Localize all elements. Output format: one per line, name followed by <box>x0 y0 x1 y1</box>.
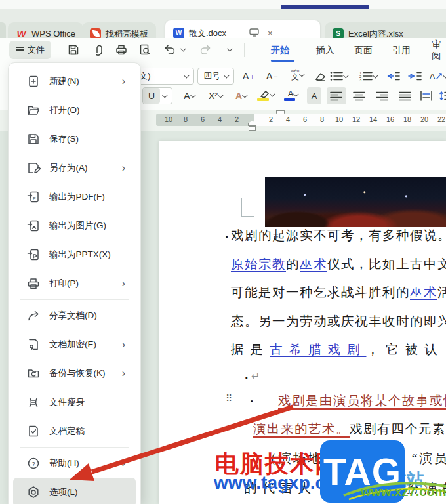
menu-item-save[interactable]: 保存(S) <box>13 125 136 154</box>
print-preview-button[interactable] <box>136 41 153 58</box>
distribute-button[interactable] <box>417 87 436 104</box>
increase-font-button[interactable]: A+ <box>239 68 258 85</box>
minus-icon: − <box>274 72 278 81</box>
menu-item-label: 选项(L) <box>49 486 78 498</box>
menu-item-export-image[interactable]: 输出为图片(G) <box>13 211 136 240</box>
align-right-button[interactable] <box>373 87 392 104</box>
ruler-number: 12 <box>348 116 365 123</box>
ribbon-tab-reference[interactable]: 引用 <box>392 42 411 59</box>
font-size-value: 四号 <box>203 70 220 82</box>
chevron-down-icon <box>373 73 378 78</box>
menu-item-label: 文档加密(E) <box>49 339 96 350</box>
list-bullet: ▪ <box>226 232 228 240</box>
ribbon-tab-page[interactable]: 页面 <box>354 42 373 59</box>
menu-item-label: 输出为PDF(F) <box>49 191 105 203</box>
hamburger-icon <box>16 47 24 53</box>
ruler-number: 8 <box>314 116 331 123</box>
doc-line-6: 戏剧是由演员将某个故事或情境 <box>278 392 446 410</box>
font-color-button[interactable]: A <box>281 86 306 103</box>
menu-item-options[interactable]: 选项(L) <box>13 478 136 504</box>
save-button[interactable] <box>65 41 82 58</box>
decrease-indent-button[interactable] <box>384 68 403 85</box>
menu-item-export-pdf[interactable]: P 输出为PDF(F) <box>13 182 136 211</box>
plus-icon: + <box>250 72 254 81</box>
menu-item-label: 帮助(H) <box>49 457 79 469</box>
bullet-list-button[interactable] <box>327 68 352 85</box>
menu-item-file-slim[interactable]: 文件瘦身 <box>13 388 136 417</box>
help-icon: ? <box>27 457 40 470</box>
paperclip-icon[interactable] <box>91 41 108 58</box>
document-page[interactable]: ▪ ⠿ ▪ 载站 电脑技术网 www.tagxp.com TAG www.xz7… <box>159 141 446 504</box>
document-photo[interactable] <box>265 177 446 227</box>
customize-toolbar-icon[interactable] <box>227 46 232 51</box>
doc-line-7: 演出来的艺术。戏剧有四个元素，包 <box>253 421 446 438</box>
undo-dropdown-icon[interactable] <box>180 46 186 51</box>
drag-handle-icon[interactable]: ⠿ <box>226 393 233 404</box>
svg-text:P: P <box>33 196 36 201</box>
line-spacing-button[interactable] <box>437 87 446 104</box>
file-menu-panel: 新建(N) › 打开(O) 保存(S) 另存为(A) › P 输出为PDF(F)… <box>8 62 141 504</box>
file-slim-icon <box>27 396 40 409</box>
superscript-label: X² <box>209 91 218 101</box>
ribbon-tab-insert[interactable]: 插入 <box>316 42 334 59</box>
font-size-combobox[interactable]: 四号 <box>197 68 234 85</box>
print-button[interactable] <box>113 41 130 58</box>
chevron-down-icon <box>293 91 298 96</box>
menu-item-save-as[interactable]: 另存为(A) › <box>13 154 136 182</box>
highlight-color-button[interactable] <box>254 86 279 103</box>
decrease-font-button[interactable]: A− <box>262 68 282 85</box>
file-menu-button[interactable]: 文件 <box>9 41 51 59</box>
menu-item-encrypt[interactable]: 文档加密(E) › <box>13 330 136 359</box>
numbered-list-button[interactable]: 123 <box>355 68 382 85</box>
underline-button[interactable]: U <box>142 87 172 104</box>
phonetic-guide-button[interactable]: wén 文 <box>286 66 310 83</box>
menu-item-share[interactable]: 分享文档(D) <box>13 301 136 330</box>
menu-item-print[interactable]: 打印(P) › <box>13 269 136 298</box>
text-effects-button[interactable]: A <box>230 87 253 104</box>
menu-item-export-pptx[interactable]: 输出为PPTX(X) <box>13 240 136 269</box>
ribbon-tab-home[interactable]: 开始 <box>271 42 289 59</box>
menu-item-new[interactable]: 新建(N) › <box>13 67 136 96</box>
menu-item-help[interactable]: ? 帮助(H) › <box>13 449 136 478</box>
menu-item-finalize[interactable]: 文档定稿 <box>13 417 136 446</box>
menu-item-label: 打印(P) <box>49 278 79 289</box>
menu-item-backup-restore[interactable]: 备份与恢复(K) › <box>13 359 136 388</box>
quick-access-toolbar: 文件 开始 插入 页面 引用 审阅 <box>0 38 446 62</box>
strikethrough-button[interactable]: A <box>178 87 201 104</box>
text-direction-button[interactable]: A <box>428 68 446 85</box>
file-button-label: 文件 <box>28 44 45 56</box>
close-icon[interactable]: × <box>268 28 273 38</box>
align-left-button[interactable] <box>327 87 346 104</box>
wps-writer-window: W WPS Office 找稻壳模板 W 散文.docx × S Excel内容… <box>0 0 446 504</box>
ribbon-tab-review[interactable]: 审阅 <box>432 42 446 59</box>
ruler-number: 4 <box>279 116 296 123</box>
undo-button[interactable] <box>161 41 178 58</box>
submenu-arrow-icon: › <box>122 339 125 350</box>
character-shading-button[interactable]: A <box>307 87 321 104</box>
chevron-down-icon <box>299 72 304 77</box>
menu-item-open[interactable]: 打开(O) <box>13 96 136 125</box>
chevron-down-icon <box>242 93 247 98</box>
share-icon <box>27 309 40 322</box>
chevron-down-icon <box>443 73 446 78</box>
redo-button[interactable] <box>197 41 214 58</box>
chevron-down-icon <box>190 93 195 98</box>
print-icon <box>27 277 40 290</box>
menu-item-label: 输出为PPTX(X) <box>49 249 111 261</box>
document-encrypt-icon <box>27 338 40 351</box>
active-tab-underline <box>271 60 294 62</box>
svg-text:?: ? <box>32 461 35 467</box>
chevron-down-icon <box>184 73 189 78</box>
monitor-icon[interactable] <box>249 28 259 39</box>
ruler-number: 6 <box>194 116 211 123</box>
submenu-arrow-icon: › <box>122 458 125 469</box>
left-indent-marker[interactable] <box>249 126 256 131</box>
menu-divider <box>20 299 129 300</box>
superscript-button[interactable]: X² <box>203 87 228 104</box>
doc-line-5: ▪ ↵ <box>245 368 260 386</box>
increase-indent-button[interactable] <box>406 68 424 85</box>
align-center-button[interactable] <box>350 87 369 104</box>
doc-line-4: 据是古希腊戏剧，它被认 <box>231 341 444 358</box>
ruler-number: 8 <box>177 116 194 123</box>
justify-button[interactable] <box>395 87 415 104</box>
